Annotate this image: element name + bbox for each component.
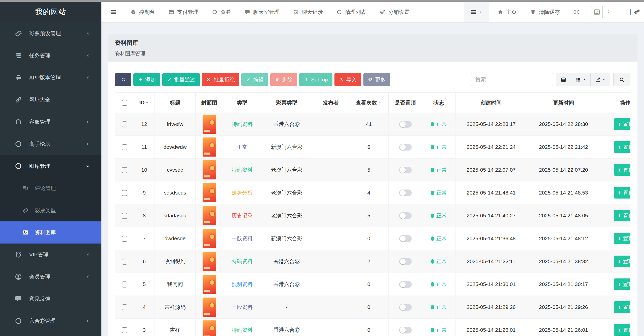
sidebar-item-customer-service[interactable]: 客服管理 [0, 111, 101, 133]
sidebar-item-material-gallery[interactable]: 资料图库 [0, 221, 101, 244]
cell-updated: 2025-05-14 21:48:05 [527, 204, 600, 227]
type-link[interactable]: 特码资料 [232, 121, 253, 127]
type-link[interactable]: 一般资料 [232, 235, 253, 241]
row-checkbox[interactable] [122, 259, 127, 265]
refresh-button[interactable] [115, 73, 131, 86]
pin-toggle[interactable] [399, 212, 412, 219]
cover-thumbnail[interactable] [203, 206, 216, 225]
nav-item-distribution-settings[interactable]: 分销设置 [380, 9, 409, 16]
type-link[interactable]: 预测资料 [232, 281, 253, 287]
pin-toggle[interactable] [399, 189, 412, 196]
type-link[interactable]: 历史记录 [232, 213, 253, 218]
row-checkbox[interactable] [122, 304, 127, 310]
nav-item-home[interactable]: 主页 [498, 9, 517, 16]
more-button[interactable]: 更多 [363, 73, 390, 86]
nav-item-dashboard[interactable]: 控制台 [131, 9, 155, 16]
pin-to-top-button[interactable]: 置顶 [614, 256, 630, 267]
detail-view-button[interactable] [556, 73, 571, 86]
sidebar-item-lottery-preset[interactable]: 彩票预设管理 [0, 22, 101, 44]
row-checkbox[interactable] [122, 281, 127, 287]
row-checkbox[interactable] [122, 144, 127, 150]
row-checkbox[interactable] [122, 327, 127, 333]
type-link[interactable]: 特码资料 [232, 258, 253, 264]
export-button[interactable] [590, 73, 610, 86]
nav-item-chat-history[interactable]: 聊天记录 [293, 9, 323, 16]
pin-to-top-button[interactable]: 置顶 [614, 164, 630, 176]
delete-button[interactable]: 删除 [270, 73, 297, 86]
sidebar-item-feedback[interactable]: 意见反馈 [0, 288, 101, 310]
set-top-button[interactable]: Set top [299, 73, 332, 86]
pin-to-top-button[interactable]: 置顶 [614, 210, 630, 221]
nav-item-cleanup-list[interactable]: 清理列表 [336, 9, 366, 16]
sidebar-item-lottery-type[interactable]: 彩票类型 [0, 199, 101, 221]
row-checkbox[interactable] [122, 167, 127, 173]
fullscreen-button[interactable] [574, 9, 580, 15]
sidebar-item-app-version[interactable]: APP版本管理 [0, 67, 101, 89]
row-checkbox[interactable] [122, 213, 127, 219]
pin-toggle[interactable] [399, 121, 412, 128]
pin-to-top-button[interactable]: 置顶 [614, 118, 630, 130]
cell-title: 收到得到 [155, 250, 196, 273]
type-link[interactable]: 走势分析 [232, 190, 253, 196]
cover-thumbnail[interactable] [203, 160, 216, 179]
row-checkbox[interactable] [122, 121, 127, 127]
sidebar-item-url-collection[interactable]: 网址大全 [0, 89, 101, 111]
pin-toggle[interactable] [399, 167, 412, 173]
type-link[interactable]: 一般资料 [232, 304, 253, 310]
nav-item-payment-management[interactable]: 支付管理 [169, 9, 198, 16]
type-link[interactable]: 特码资料 [232, 167, 253, 173]
select-all-checkbox[interactable] [122, 100, 127, 106]
pin-to-top-button[interactable]: 置顶 [614, 301, 630, 313]
avatar[interactable] [591, 6, 603, 18]
sidebar-toggle-button[interactable] [110, 9, 117, 15]
pin-toggle[interactable] [399, 304, 412, 311]
sidebar-item-member-management[interactable]: 会员管理 [0, 266, 101, 288]
pin-toggle[interactable] [399, 144, 412, 151]
pin-toggle[interactable] [399, 235, 412, 242]
cover-thumbnail[interactable] [203, 320, 216, 336]
view-button-group [556, 73, 610, 86]
cover-thumbnail[interactable] [203, 115, 216, 134]
cover-thumbnail[interactable] [203, 252, 216, 271]
cover-thumbnail[interactable] [203, 298, 216, 317]
pin-to-top-button[interactable]: 置顶 [614, 233, 630, 244]
status-badge: 正常 [431, 189, 447, 196]
search-input[interactable] [471, 73, 553, 86]
sidebar-item-gallery-management[interactable]: 图库管理 [0, 155, 101, 177]
batch-reject-button[interactable]: 批量拒绝 [202, 73, 239, 86]
cover-thumbnail[interactable] [203, 275, 216, 294]
pin-to-top-button[interactable]: 置顶 [614, 187, 630, 199]
pin-toggle[interactable] [399, 327, 412, 333]
nav-item-chatroom-management[interactable]: 聊天室管理 [245, 9, 280, 16]
import-button[interactable]: 导入 [334, 73, 361, 86]
nav-menu-dropdown[interactable] [464, 2, 489, 22]
cover-thumbnail[interactable] [203, 183, 216, 202]
pin-to-top-button[interactable]: 置顶 [614, 324, 630, 336]
pin-to-top-button[interactable]: 置顶 [614, 278, 630, 290]
sidebar-item-vip-management[interactable]: VIP管理 [0, 244, 101, 266]
sidebar-item-mark-six-management[interactable]: 六合彩管理 [0, 310, 101, 332]
row-checkbox[interactable] [122, 236, 127, 242]
search-submit-button[interactable] [613, 73, 630, 86]
cover-thumbnail[interactable] [203, 137, 216, 157]
columns-button[interactable] [571, 73, 590, 86]
type-link[interactable]: 特码资料 [232, 327, 253, 333]
edit-button[interactable]: 编辑 [241, 73, 268, 86]
pin-toggle[interactable] [399, 281, 412, 288]
col-views[interactable]: 查看次数 [349, 93, 389, 113]
add-button[interactable]: 添加 [133, 73, 160, 86]
pin-toggle[interactable] [399, 258, 412, 265]
nav-item-clear-cache[interactable]: 清除缓存 [530, 9, 560, 16]
row-checkbox[interactable] [122, 190, 127, 196]
cover-thumbnail[interactable] [203, 229, 216, 248]
pin-to-top-button[interactable]: 置顶 [614, 141, 630, 153]
batch-approve-button[interactable]: 批量通过 [162, 73, 200, 86]
sidebar-item-task-management[interactable]: 任务管理 [0, 44, 101, 67]
sidebar-item-comment-management[interactable]: 评论管理 [0, 177, 101, 199]
col-id[interactable]: ID [134, 93, 155, 113]
nav-item-view[interactable]: 查看 [212, 9, 231, 16]
settings-gears-button[interactable] [634, 9, 640, 15]
type-link[interactable]: 正常 [237, 144, 247, 150]
sidebar-item-expert-forum[interactable]: 高手论坛 [0, 133, 101, 155]
pencil-icon [246, 77, 251, 82]
